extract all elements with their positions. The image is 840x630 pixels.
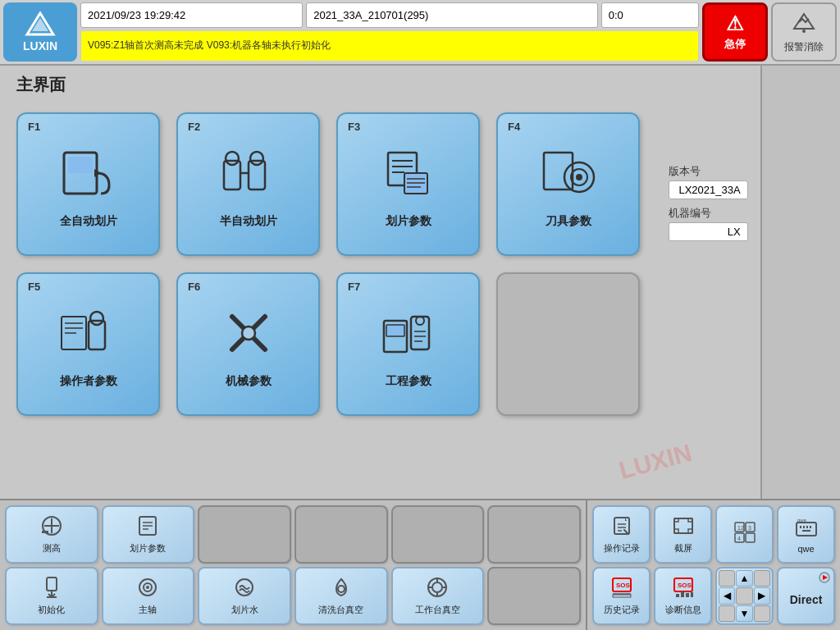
menu-btn-f4-icon (540, 148, 597, 208)
menu-btn-f3[interactable]: F3 划片参数 (336, 112, 480, 256)
ems-label: 急停 (724, 37, 746, 52)
tool-keyboard[interactable]: qwe qwe (777, 505, 835, 564)
tool-chushihua[interactable]: 初始化 (5, 567, 98, 625)
keyboard-label: qwe (797, 544, 814, 554)
history-icon: SOS (610, 576, 633, 602)
machine-label: 机器编号 (669, 206, 748, 221)
svg-rect-85 (686, 593, 689, 597)
menu-btn-f6-icon (220, 308, 277, 368)
counter-field: 0:0 (601, 2, 699, 28)
menu-btn-f4-label: F4 (508, 121, 520, 133)
tool-empty-1 (198, 505, 291, 564)
menu-btn-f5-icon (60, 308, 117, 368)
menu-btn-f2[interactable]: F2 半自动划片 (176, 112, 320, 256)
tool-operation-log[interactable]: 操作记录 (592, 505, 651, 564)
menu-btn-f2-label: F2 (188, 121, 200, 133)
header-center: 2021/09/23 19:29:42 2021_33A_210701(295)… (80, 2, 699, 62)
clean-vacuum-icon (330, 576, 353, 602)
tool-work-vacuum[interactable]: 工作台真空 (391, 567, 485, 625)
main-area: 主界面 F1 全自动划片 F2 (0, 66, 840, 499)
bottom-left-tools: 测高 划片参数 (0, 500, 586, 630)
nav-up[interactable]: ▲ (736, 570, 752, 587)
svg-point-27 (90, 312, 103, 325)
ems-icon: ⚠ (726, 12, 744, 35)
record-icon (819, 572, 830, 585)
ems-button[interactable]: ⚠ 急停 (702, 2, 768, 62)
svg-rect-46 (47, 578, 57, 591)
direct-button[interactable]: Direct (777, 567, 835, 625)
clean-vacuum-label: 清洗台真空 (318, 604, 363, 616)
nav-empty-bl (719, 605, 735, 622)
work-vacuum-label: 工作台真空 (415, 604, 460, 616)
alert-text: V095:Z1轴首次测高未完成 V093:机器各轴未执行初始化 (88, 39, 331, 52)
tool-cegao[interactable]: 测高 (5, 505, 98, 564)
alert-bar: V095:Z1轴首次测高未完成 V093:机器各轴未执行初始化 (80, 30, 699, 62)
nav-empty-tr (754, 570, 770, 587)
nav-right[interactable]: ▶ (754, 587, 770, 604)
diagnostics-label: 诊断信息 (665, 604, 701, 616)
menu-btn-f7[interactable]: F7 工程参数 (336, 272, 480, 416)
bottom-toolbar: 测高 划片参数 (0, 499, 840, 630)
menu-btn-f4-text: 刀具参数 (546, 214, 591, 229)
svg-text:SOS: SOS (678, 582, 692, 589)
alarm-icon (791, 11, 817, 39)
svg-rect-66 (746, 533, 755, 542)
menu-btn-f6-label: F6 (188, 281, 200, 293)
svg-rect-4 (68, 157, 93, 173)
menu-grid: F1 全自动划片 F2 (16, 104, 640, 424)
menu-btn-f7-icon (380, 308, 437, 368)
tool-empty-4 (487, 505, 581, 564)
svg-point-51 (338, 586, 345, 592)
menu-btn-f5-text: 操作者参数 (60, 374, 117, 389)
tool-clean-vacuum[interactable]: 清洗台真空 (294, 567, 388, 625)
tool-history[interactable]: SOS 历史记录 (592, 567, 651, 625)
svg-rect-83 (676, 594, 679, 597)
alarm-label: 报警消除 (784, 40, 824, 54)
chushihua-label: 初始化 (38, 604, 65, 616)
svg-rect-18 (544, 153, 573, 189)
counter-value: 0:0 (609, 9, 623, 21)
svg-rect-86 (691, 592, 693, 597)
screenshot-icon (672, 514, 695, 541)
menu-btn-f3-text: 划片参数 (386, 214, 431, 229)
diagnostics-icon: SOS (672, 576, 695, 602)
cegao-icon (40, 514, 63, 541)
menu-btn-f1[interactable]: F1 全自动划片 (16, 112, 160, 256)
svg-rect-41 (42, 531, 48, 533)
tool-zhuzhu[interactable]: 主轴 (102, 567, 195, 625)
svg-text:4: 4 (737, 536, 741, 541)
menu-btn-empty (496, 272, 640, 416)
huapianshui-icon (233, 576, 256, 602)
menu-btn-f7-label: F7 (348, 281, 360, 293)
version-label: 版本号 (669, 164, 748, 179)
tool-empty-3 (391, 505, 485, 564)
svg-text:3: 3 (748, 525, 751, 531)
nav-left[interactable]: ◀ (719, 587, 735, 604)
project-field: 2021_33A_210701(295) (306, 2, 598, 28)
work-vacuum-icon (426, 576, 449, 602)
huapian-params-icon (136, 514, 159, 541)
tool-huapianshui[interactable]: 划片水 (198, 567, 291, 625)
tool-numpad[interactable]: 12 3 4 (715, 505, 774, 564)
menu-btn-f4[interactable]: F4 刀具参数 (496, 112, 640, 256)
menu-btn-f5[interactable]: F5 操作者参数 (16, 272, 160, 416)
header: LUXIN 2021/09/23 19:29:42 2021_33A_21070… (0, 0, 840, 66)
menu-btn-f1-label: F1 (28, 121, 40, 133)
version-value: LX2021_33A (669, 180, 748, 199)
datetime-value: 2021/09/23 19:29:42 (88, 9, 185, 21)
right-panel (760, 66, 840, 499)
tool-empty-5 (487, 567, 581, 625)
tool-huapian-params[interactable]: 划片参数 (102, 505, 195, 564)
header-top: 2021/09/23 19:29:42 2021_33A_210701(295)… (80, 2, 699, 28)
svg-point-30 (242, 326, 255, 340)
svg-point-6 (226, 152, 239, 165)
bottom-right-tools: 操作记录 截屏 12 (586, 500, 840, 630)
tool-diagnostics[interactable]: SOS 诊断信息 (654, 567, 712, 625)
logo-text: LUXIN (23, 39, 57, 52)
alarm-button[interactable]: 报警消除 (771, 2, 837, 62)
chushihua-icon (40, 576, 63, 602)
menu-btn-f6[interactable]: F6 机械参数 (176, 272, 320, 416)
nav-down[interactable]: ▼ (736, 605, 752, 622)
cegao-label: 测高 (43, 542, 61, 555)
tool-screenshot[interactable]: 截屏 (654, 505, 712, 564)
